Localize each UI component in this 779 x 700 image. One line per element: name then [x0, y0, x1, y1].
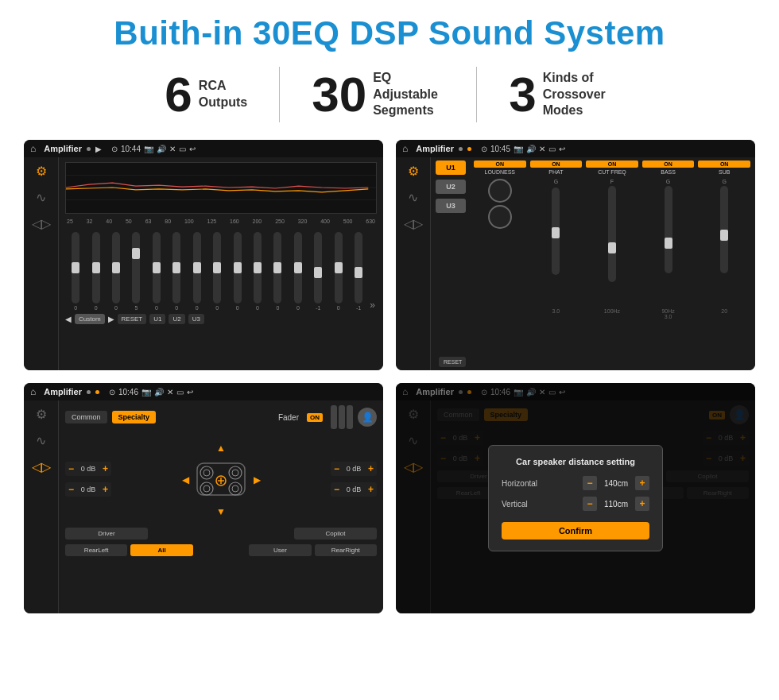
profile-icon-fader[interactable]: 👤 — [358, 408, 377, 427]
eq-track-160[interactable] — [234, 232, 242, 304]
fader-all-btn[interactable]: All — [130, 544, 192, 556]
dialog-vertical-plus[interactable]: + — [635, 497, 649, 511]
fader-rearright-btn[interactable]: RearRight — [315, 544, 377, 556]
eq-sidebar-eq[interactable]: ⚙ — [36, 164, 47, 179]
eq-thumb-160[interactable] — [234, 262, 242, 273]
fader-tab-common[interactable]: Common — [65, 411, 107, 423]
eq-track-250[interactable] — [273, 232, 281, 304]
dialog-horizontal-plus[interactable]: + — [635, 476, 649, 490]
fader-driver-btn[interactable]: Driver — [65, 528, 148, 540]
dialog-horizontal-minus[interactable]: − — [583, 476, 597, 490]
eq-track-63[interactable] — [153, 232, 161, 304]
home-icon-mixer[interactable]: ⌂ — [402, 143, 408, 154]
cutfreq-thumb-g[interactable] — [608, 242, 616, 253]
bass-thumb[interactable] — [665, 238, 672, 249]
dialog-vertical-minus[interactable]: − — [583, 497, 597, 511]
eq-thumb-80[interactable] — [172, 262, 180, 273]
db-minus-bl[interactable]: − — [68, 484, 74, 495]
stat-label-crossover: Kinds ofCrossover Modes — [543, 70, 614, 119]
fader-on-btn[interactable]: ON — [307, 413, 323, 422]
db-minus-tr[interactable]: − — [334, 463, 339, 474]
eq-track-80[interactable] — [172, 232, 180, 304]
eq-thumb-63[interactable] — [153, 262, 161, 273]
eq-thumb-25[interactable] — [72, 262, 79, 273]
mixer-sidebar-wave[interactable]: ∿ — [408, 190, 418, 205]
fader-tab-specialty[interactable]: Specialty — [112, 411, 157, 423]
eq-track-400[interactable] — [314, 232, 322, 304]
ch-bass-on[interactable]: ON — [642, 160, 695, 168]
ch-sub-on[interactable]: ON — [698, 160, 750, 168]
eq-u1-btn[interactable]: U1 — [149, 314, 165, 324]
eq-thumb-125[interactable] — [213, 262, 221, 273]
eq-prev-btn[interactable]: ◀ — [65, 315, 72, 323]
sub-track[interactable] — [720, 186, 728, 273]
eq-sidebar-wave[interactable]: ∿ — [36, 190, 46, 205]
eq-thumb-200[interactable] — [254, 262, 262, 273]
mixer-sidebar-vol[interactable]: ◁▷ — [404, 216, 423, 231]
mixer-u3-btn[interactable]: U3 — [436, 199, 466, 213]
db-plus-br[interactable]: + — [368, 484, 374, 495]
back-icon-mixer[interactable]: ↩ — [559, 145, 565, 153]
fader-sidebar-eq[interactable]: ⚙ — [36, 407, 47, 422]
ch-cutfreq-on[interactable]: ON — [586, 160, 638, 168]
eq-thumb-250[interactable] — [273, 262, 281, 273]
eq-track-500[interactable] — [335, 232, 343, 304]
ch-phat-on[interactable]: ON — [530, 160, 583, 168]
eq-custom-btn[interactable]: Custom — [75, 314, 105, 324]
eq-thumb-320[interactable] — [294, 262, 302, 273]
eq-track-25[interactable] — [72, 232, 79, 304]
home-icon-eq[interactable]: ⌂ — [30, 143, 36, 154]
eq-track-630[interactable] — [355, 232, 362, 304]
db-plus-bl[interactable]: + — [103, 484, 108, 495]
phat-thumb[interactable] — [552, 227, 560, 238]
mixer-u2-btn[interactable]: U2 — [436, 180, 466, 194]
ch-loudness-on[interactable]: ON — [474, 160, 526, 168]
back-icon-eq[interactable]: ↩ — [189, 145, 196, 153]
eq-track-32[interactable] — [92, 232, 100, 304]
eq-thumb-400[interactable] — [314, 267, 322, 278]
fader-mini-1[interactable] — [331, 405, 337, 429]
eq-track-100[interactable] — [193, 232, 201, 304]
channel-sliders: G F G — [471, 179, 750, 306]
loudness-knob2[interactable] — [488, 205, 512, 229]
back-icon-fader[interactable]: ↩ — [187, 388, 193, 396]
eq-track-50[interactable] — [132, 232, 140, 304]
home-icon-fader[interactable]: ⌂ — [30, 386, 36, 397]
eq-track-320[interactable] — [294, 232, 302, 304]
fader-mini-2[interactable] — [339, 405, 345, 429]
cutfreq-track-g[interactable] — [608, 195, 616, 282]
db-plus-tl[interactable]: + — [103, 463, 108, 474]
db-minus-br[interactable]: − — [334, 484, 339, 495]
eq-more-icon[interactable]: » — [370, 300, 375, 311]
fader-sidebar-vol[interactable]: ◁▷ — [32, 459, 51, 474]
eq-thumb-32[interactable] — [92, 262, 100, 273]
eq-thumb-40[interactable] — [112, 262, 120, 273]
fader-rearleft-btn[interactable]: RearLeft — [65, 544, 127, 556]
mixer-u1-btn[interactable]: U1 — [436, 160, 466, 175]
db-plus-tr[interactable]: + — [368, 463, 374, 474]
loudness-knob[interactable] — [488, 179, 512, 203]
sub-thumb[interactable] — [720, 230, 728, 241]
confirm-button[interactable]: Confirm — [502, 522, 649, 540]
mixer-reset-btn[interactable]: RESET — [439, 357, 466, 367]
phat-track[interactable] — [552, 188, 560, 275]
eq-thumb-100[interactable] — [193, 262, 201, 273]
eq-thumb-50[interactable] — [132, 248, 140, 259]
mixer-sidebar-eq[interactable]: ⚙ — [408, 164, 419, 179]
fader-sidebar-wave[interactable]: ∿ — [36, 433, 46, 448]
eq-thumb-630[interactable] — [355, 267, 362, 278]
eq-reset-btn[interactable]: RESET — [118, 314, 147, 324]
eq-track-200[interactable] — [254, 232, 262, 304]
bass-track[interactable] — [665, 186, 672, 273]
fader-user-btn[interactable]: User — [249, 544, 311, 556]
eq-track-125[interactable] — [213, 232, 221, 304]
eq-u3-btn[interactable]: U3 — [188, 314, 204, 324]
db-minus-tl[interactable]: − — [68, 463, 74, 474]
eq-next-btn[interactable]: ▶ — [108, 315, 114, 323]
eq-u2-btn[interactable]: U2 — [169, 314, 184, 324]
fader-mini-3[interactable] — [347, 405, 353, 429]
eq-thumb-500[interactable] — [335, 262, 343, 273]
fader-copilot-btn[interactable]: Copilot — [294, 528, 377, 540]
eq-track-40[interactable] — [112, 232, 120, 304]
eq-sidebar-vol[interactable]: ◁▷ — [32, 216, 51, 231]
